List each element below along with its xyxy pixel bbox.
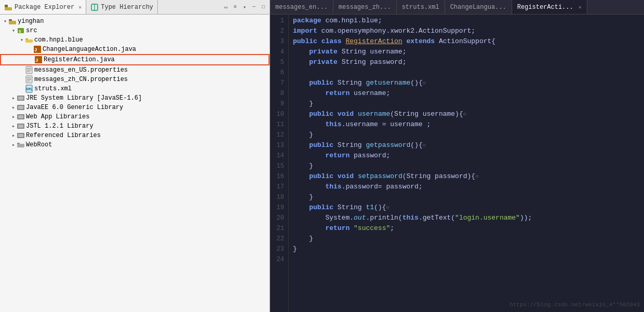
package-explorer-close[interactable]: ✕ (78, 4, 82, 10)
tab-package-explorer[interactable]: Package Explorer✕ (0, 0, 86, 14)
svg-rect-33 (18, 134, 23, 137)
code-token: public (293, 37, 317, 45)
maximize-panel-btn[interactable]: □ (259, 3, 267, 11)
editor-tab-label: messages_en... (275, 4, 328, 11)
svg-rect-27 (18, 106, 23, 109)
editor-tab-struts-tab[interactable]: struts.xml (397, 0, 445, 14)
code-token: this (325, 183, 341, 191)
tab-actions: ▭ ≡ ▾ ─ □ (220, 0, 270, 14)
editor-tab-messages-en-tab[interactable]: messages_en... (270, 0, 333, 14)
tree-item-jstl[interactable]: ▸JSTL 1.2.1 Library (0, 121, 270, 131)
tree-item-struts-xml[interactable]: XMLstruts.xml (0, 84, 270, 93)
tree-item-messages-en[interactable]: messages_en_US.properties (0, 65, 270, 75)
code-content[interactable]: package com.hnpi.blue;import com.opensym… (289, 15, 644, 312)
code-line: } (293, 130, 640, 140)
code-token: ; (390, 224, 394, 232)
code-line: return "success"; (293, 223, 640, 234)
line-number: 21 (274, 223, 284, 234)
code-line: } (293, 99, 640, 109)
tree-item-label: ChangeLanguageAction.java (43, 46, 136, 53)
svg-rect-25 (18, 97, 23, 100)
tree-item-RegisterAction[interactable]: JRegisterAction.java (0, 54, 270, 65)
src-icon: S (17, 26, 25, 35)
code-token (354, 110, 358, 118)
code-token: String username; (338, 48, 407, 56)
code-area: 123456789101112131415161718192021222324 … (270, 15, 644, 312)
tree-item-jre-system[interactable]: ▸JRE System Library [JavaSE-1.6] (0, 93, 270, 103)
code-token: "success" (354, 224, 390, 232)
tree-item-messages-zh[interactable]: messages_zh_CN.properties (0, 75, 270, 84)
line-number: 15 (274, 161, 284, 171)
tree-arrow: ▾ (19, 37, 25, 43)
code-line: return username; (293, 88, 640, 99)
line-number: 7 (274, 78, 284, 88)
code-token: "login.username" (455, 214, 520, 222)
code-line: } (293, 234, 640, 244)
library-icon (17, 94, 25, 102)
tree-item-project-yinghan[interactable]: ▾yinghan (0, 17, 270, 26)
tree-item-label: Web App Libraries (26, 113, 89, 120)
code-token: this (325, 120, 341, 128)
code-token: ⊖ (463, 112, 466, 117)
code-token: public (309, 79, 333, 87)
code-token: return (325, 152, 350, 159)
tree-item-label: WebRoot (26, 141, 52, 148)
code-token (293, 79, 309, 87)
line-number: 22 (274, 234, 284, 244)
project-icon (8, 17, 17, 25)
code-token: ⊖ (423, 80, 426, 86)
code-token: public (309, 204, 333, 211)
line-number: 14 (274, 151, 284, 161)
tree-item-label: Referenced Libraries (26, 132, 101, 139)
tree-item-label: JavaEE 6.0 Generic Library (26, 104, 123, 111)
svg-text:XML: XML (26, 87, 33, 91)
minimize-panel-btn[interactable]: ─ (250, 3, 258, 11)
tree-item-ChangeLanguageAction[interactable]: JChangeLanguageAction.java (0, 45, 270, 54)
code-line: } (293, 192, 640, 202)
tree-arrow: ▾ (10, 28, 17, 34)
line-number: 3 (274, 36, 284, 47)
tree-item-ref-libs[interactable]: ▸Referenced Libraries (0, 131, 270, 140)
code-token (293, 141, 309, 149)
line-number: 16 (274, 171, 284, 182)
code-token: void (338, 110, 354, 118)
code-token: getusername (366, 79, 410, 87)
code-token: package (293, 17, 321, 24)
tree-arrow: ▸ (10, 132, 17, 139)
tab-type-hierarchy[interactable]: Type Hierarchy (86, 0, 158, 14)
code-token: } (293, 162, 313, 170)
java-icon: J (34, 56, 43, 64)
tree-arrow: ▸ (10, 95, 17, 101)
editor-tab-messages-zh-tab[interactable]: messages_zh... (333, 0, 397, 14)
tree-item-webapp-libs[interactable]: ▸Web App Libraries (0, 112, 270, 121)
code-token: username (358, 110, 390, 118)
tree-item-webroot[interactable]: ▸WebRoot (0, 140, 270, 150)
line-number: 6 (274, 67, 284, 78)
tab-bar-left: Package Explorer✕Type Hierarchy ▭ ≡ ▾ ─ … (0, 0, 270, 15)
tree-item-src[interactable]: ▾Ssrc (0, 26, 270, 35)
type-hierarchy-icon (90, 3, 99, 11)
library-icon (17, 131, 25, 140)
code-token: (){ (410, 141, 422, 149)
code-token: ActionSupport{ (435, 37, 495, 45)
tree-arrow: ▸ (10, 142, 17, 148)
library-icon (17, 103, 25, 112)
properties-icon (25, 75, 33, 84)
tree-item-label: JSTL 1.2.1 Library (26, 123, 93, 130)
minimize-btn[interactable]: ▭ (222, 3, 230, 11)
tree-item-com-hnpi-blue[interactable]: ▾com.hnpi.blue (0, 35, 270, 45)
line-number: 5 (274, 57, 284, 67)
editor-tab-changelang-tab[interactable]: ChangeLangua... (445, 0, 512, 14)
code-token: class (321, 37, 342, 45)
main-container: Package Explorer✕Type Hierarchy ▭ ≡ ▾ ─ … (0, 0, 644, 312)
line-number: 1 (274, 16, 284, 26)
editor-tab-registeraction-tab[interactable]: RegisterActi... ✕ (512, 0, 587, 14)
svg-text:J: J (35, 58, 38, 63)
stack-btn[interactable]: ≡ (231, 3, 239, 11)
viewmenu-btn[interactable]: ▾ (240, 3, 249, 11)
code-token: .println( (366, 214, 402, 222)
editor-tab-close[interactable]: ✕ (579, 4, 582, 10)
code-token: out (354, 214, 366, 222)
tree-item-javaee[interactable]: ▸JavaEE 6.0 Generic Library (0, 103, 270, 112)
code-token (293, 204, 309, 211)
